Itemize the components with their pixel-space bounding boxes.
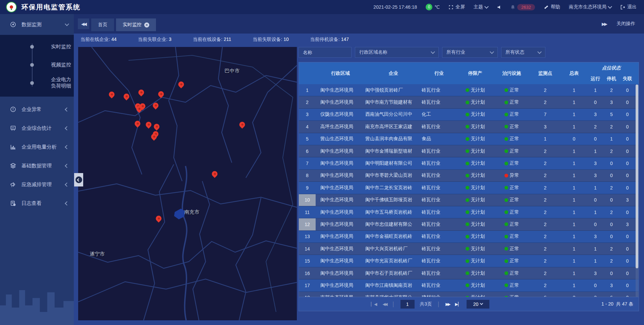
status-dot-green xyxy=(504,210,508,214)
sidebar-collapse-toggle[interactable] xyxy=(74,173,83,186)
map-pin[interactable] xyxy=(137,89,145,97)
map-pin[interactable] xyxy=(238,120,246,128)
cell-points: 7 xyxy=(530,109,561,120)
cell-stop: 0 xyxy=(603,170,620,181)
sidebar-item-company-statistics[interactable]: 企业综合统计 xyxy=(0,119,74,138)
table-row[interactable]: 12阆中生态环境局阆中市忠信建材有限公砖瓦行业无计划正常21003 xyxy=(299,218,639,230)
sidebar-item-power-load-detail[interactable]: 企业电力负荷明细 xyxy=(0,74,74,92)
stat-stopped-devices: 当前停机设备:147 xyxy=(310,37,349,43)
map-pin[interactable] xyxy=(211,170,219,178)
logout-button[interactable]: 退出 xyxy=(620,4,637,10)
status-dot-green xyxy=(466,174,469,177)
table-row[interactable]: 3仪陇生态环境局西南油气田分公司川中化工无计划正常71350 xyxy=(299,109,639,121)
cell-region: 仪陇生态环境局 xyxy=(316,109,365,120)
prev-page-button[interactable]: ◀◀ xyxy=(382,302,386,307)
table-row[interactable]: 14阆中生态环境局阆中大兴页岩机砖厂砖瓦行业无计划正常21120 xyxy=(299,243,639,255)
stat-lost-companies: 当前失联企业:3 xyxy=(138,37,171,43)
status-dot-red xyxy=(504,174,508,177)
row-index: 13 xyxy=(299,231,316,242)
table-row[interactable]: 8阆中生态环境局阆中市枣碧大梁山页岩砖瓦行业无计划异常21300 xyxy=(299,170,639,182)
map-pin[interactable] xyxy=(157,90,165,98)
sidebar-item-base-data[interactable]: 基础数据管理 xyxy=(0,156,74,175)
cell-facility: 正常 xyxy=(494,218,530,230)
cell-run: 0 xyxy=(587,218,603,230)
cell-run: 3 xyxy=(587,157,603,169)
sidebar-item-video-monitor[interactable]: 视频监控 xyxy=(0,56,74,74)
table-row[interactable]: 17阆中生态环境局阆中市江南镇阆南页岩砖瓦行业无计划正常21030 xyxy=(299,279,639,291)
fullscreen-button[interactable]: 全屏 xyxy=(448,4,465,10)
cell-meters: 1 xyxy=(561,243,587,255)
temperature-unit: ℃ xyxy=(434,4,440,10)
sidebar-item-realtime-monitor[interactable]: 实时监控 xyxy=(0,38,74,56)
filter-bar: 行政区域名称 所有行业 所有状态 xyxy=(299,47,639,58)
cell-industry: 砖瓦行业 xyxy=(422,255,457,267)
last-page-button[interactable]: ▶▏ xyxy=(455,302,461,307)
cell-industry: 砖瓦行业 xyxy=(422,243,457,255)
cell-region: 高坪生态环境局 xyxy=(316,121,365,132)
page-size-select[interactable]: 20 xyxy=(467,300,489,309)
map-pin[interactable] xyxy=(177,80,185,88)
status-dot-green xyxy=(466,222,469,226)
table-row[interactable]: 13阆中生态环境局阆中市金福旺页岩机砖砖瓦行业无计划正常21300 xyxy=(299,231,639,243)
cell-limit: 无计划 xyxy=(457,121,494,132)
tab-close-icon[interactable]: ✕ xyxy=(144,22,149,28)
cell-region: 阆中生态环境局 xyxy=(316,218,365,230)
cell-stop: 0 xyxy=(603,157,620,169)
map-pin[interactable] xyxy=(155,214,163,222)
row-index: 3 xyxy=(299,109,316,120)
scrollbar-thumb[interactable] xyxy=(636,85,638,268)
table-scrollbar[interactable] xyxy=(636,85,638,297)
map-panel[interactable]: 巴中市南充市遂宁市 xyxy=(78,47,297,320)
first-page-button[interactable]: ▏◀ xyxy=(371,302,377,307)
map-pin[interactable] xyxy=(122,92,130,100)
next-page-button[interactable]: ▶▶ xyxy=(445,302,449,307)
map-pin[interactable] xyxy=(108,90,116,98)
close-operations-button[interactable]: 关闭操作 xyxy=(616,21,635,27)
cell-company: 阆中市光富页岩机砖厂 xyxy=(365,255,422,267)
tab-home[interactable]: 首页 xyxy=(91,18,114,31)
filter-industry-select[interactable]: 所有行业 xyxy=(442,47,498,58)
sound-button[interactable] xyxy=(497,5,502,10)
gauge-icon xyxy=(10,21,16,28)
table-row[interactable]: 4高坪生态环境局南充市高坪区王家店建砖瓦行业无计划正常31220 xyxy=(299,121,639,133)
map-pin[interactable] xyxy=(152,102,160,110)
table-row[interactable]: 1阆中生态环境局阆中强锐页岩砖厂砖瓦行业无计划正常21120 xyxy=(299,84,639,96)
page-number-input[interactable]: 1 xyxy=(400,300,415,309)
tabs-scroll-right-button[interactable]: ▶▶ xyxy=(602,21,606,26)
row-index: 1 xyxy=(299,84,316,96)
table-row[interactable]: 6阆中生态环境局阆中市金博瑞新型墙材砖瓦行业无计划正常21120 xyxy=(299,145,639,157)
table-row[interactable]: 2阆中生态环境局阆中市南方节能建材有砖瓦行业无计划正常21030 xyxy=(299,96,639,108)
map-pin[interactable] xyxy=(153,123,161,131)
sidebar-item-log-view[interactable]: 日志查看 xyxy=(0,194,74,213)
stat-online-companies: 当前在线企业:44 xyxy=(80,37,116,43)
map-pin[interactable] xyxy=(133,120,142,128)
cell-stop: 2 xyxy=(603,206,620,218)
filter-region-select[interactable]: 行政区域名称 xyxy=(355,47,439,58)
cell-run: 2 xyxy=(587,121,603,132)
table-row[interactable]: 15阆中生态环境局阆中市光富页岩机砖厂砖瓦行业无计划正常21120 xyxy=(299,255,639,267)
filter-status-select[interactable]: 所有状态 xyxy=(501,47,545,58)
tabs-scroll-left-button[interactable]: ◀◀ xyxy=(78,18,89,29)
cell-meters: 1 xyxy=(561,145,587,157)
map-pin[interactable] xyxy=(145,120,153,128)
table-row[interactable]: 9阆中生态环境局阆中市二龙长宝页岩砖砖瓦行业无计划正常21120 xyxy=(299,182,639,194)
cell-lost: 0 xyxy=(620,96,635,108)
tab-realtime-monitor[interactable]: 实时监控 ✕ xyxy=(116,18,156,31)
help-button[interactable]: 帮助 xyxy=(544,4,560,10)
cell-lost: 3 xyxy=(620,194,635,206)
sidebar-item-data-monitoring[interactable]: 数据监测 xyxy=(0,14,74,35)
table-row[interactable]: 10阆中生态环境局阆中千佛镇五郎垭页岩砖瓦行业无计划正常21003 xyxy=(299,194,639,206)
table-row[interactable]: 5营山生态环境局营山县润丰肉食品有限食品无计划正常10010 xyxy=(299,133,639,145)
theme-dropdown[interactable]: 主题 xyxy=(474,4,488,10)
table-row[interactable]: 7阆中生态环境局阆中明阳建材有限公司砖瓦行业无计划正常21300 xyxy=(299,157,639,169)
sidebar-item-company-abnormal[interactable]: 企业异常 xyxy=(0,100,74,119)
table-row[interactable]: 11阆中生态环境局阆中市五马桥页岩机砖砖瓦行业无计划正常21120 xyxy=(299,206,639,218)
table-row[interactable]: 16阆中生态环境局阆中市石子页岩机砖厂砖瓦行业无计划正常21300 xyxy=(299,267,639,279)
sidebar-item-power-analysis[interactable]: 企业用电量分析 xyxy=(0,138,74,156)
org-dropdown[interactable]: 南充市生态环境局 xyxy=(569,4,611,10)
cell-lost: 0 xyxy=(620,231,635,242)
sidebar-item-emergency-reduction[interactable]: 应急减排管理 xyxy=(0,175,74,194)
cell-stop: 0 xyxy=(603,267,620,279)
notification-widget[interactable]: 2632 xyxy=(511,4,535,10)
filter-name-input[interactable] xyxy=(299,47,352,58)
